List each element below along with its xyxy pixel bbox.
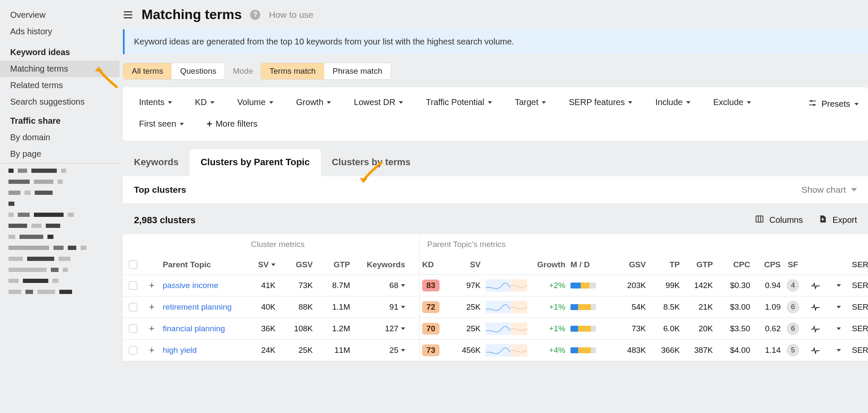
col-serp[interactable]: SERP [849,255,868,275]
toggle-questions[interactable]: Questions [172,63,225,79]
more-filters-button[interactable]: +More filters [200,115,264,133]
cell-keywords[interactable]: 68 [353,275,408,297]
col-gtp[interactable]: GTP [315,255,353,275]
filter-kd[interactable]: KD [188,93,221,111]
toggle-terms-match[interactable]: Terms match [261,63,324,79]
col-parent-topic[interactable]: Parent Topic [160,255,248,275]
pulse-icon[interactable] [803,318,828,340]
filter-serp-features[interactable]: SERP features [562,93,639,111]
page-title: Matching terms [142,7,242,22]
serp-dropdown[interactable]: SERP [849,297,868,318]
col-parent-gsv[interactable]: GSV [611,255,648,275]
expand-row-icon[interactable]: + [149,302,155,313]
col-gsv[interactable]: GSV [278,255,315,275]
col-keywords[interactable]: Keywords [353,255,408,275]
col-cpc[interactable]: CPC [715,255,753,275]
cell-cps: 1.09 [753,297,783,318]
col-parent-sv[interactable]: SV [449,255,483,275]
expand-row-icon[interactable]: + [149,323,155,334]
svg-point-1 [813,104,815,106]
col-kd[interactable]: KD [420,255,449,275]
sidebar-item-ads-history[interactable]: Ads history [0,23,120,40]
serp-dropdown[interactable]: SERP [849,318,868,340]
presets-button[interactable]: Presets [808,98,859,110]
chevron-down-icon [401,306,405,308]
row-checkbox[interactable] [129,324,137,333]
cell-md [568,318,611,340]
sidebar-item-by-page[interactable]: By page [0,146,120,162]
kd-badge: 73 [422,344,440,356]
filter-traffic-potential[interactable]: Traffic Potential [419,93,499,111]
sidebar-item-matching-terms[interactable]: Matching terms [0,61,120,77]
row-menu[interactable] [828,297,849,318]
col-sf[interactable]: SF [783,255,803,275]
filter-growth[interactable]: Growth [289,93,338,111]
parent-topic-link[interactable]: passive income [163,280,218,291]
row-menu[interactable] [828,318,849,340]
toggle-phrase-match[interactable]: Phrase match [324,63,391,79]
expand-row-icon[interactable]: + [149,280,155,291]
info-banner: Keyword ideas are generated from the top… [123,29,868,54]
cell-parent-sv: 25K [449,297,483,318]
filter-intents[interactable]: Intents [132,93,179,111]
filter-include[interactable]: Include [648,93,697,111]
sidebar-item-overview[interactable]: Overview [0,7,120,23]
row-menu[interactable] [828,340,849,361]
cell-parent-gtp: 387K [682,340,715,361]
tab-keywords[interactable]: Keywords [123,149,189,176]
pulse-icon[interactable] [803,340,828,361]
show-chart-toggle[interactable]: Show chart [801,185,857,195]
pulse-icon[interactable] [803,275,828,297]
sf-badge[interactable]: 4 [787,279,799,292]
cell-sparkline [483,297,530,318]
sf-badge[interactable]: 6 [787,322,799,335]
tabs: Keywords Clusters by Parent Topic Cluste… [123,149,868,176]
col-sv[interactable]: SV [248,255,278,275]
cell-parent-gsv: 483K [611,340,648,361]
filter-first-seen[interactable]: First seen [132,115,191,133]
serp-dropdown[interactable]: SERP [849,275,868,297]
row-checkbox[interactable] [129,303,137,311]
expand-row-icon[interactable]: + [149,345,155,356]
hamburger-icon[interactable] [123,10,133,20]
svg-rect-9 [486,344,511,356]
filter-target[interactable]: Target [508,93,553,111]
how-to-use-link[interactable]: How to use [269,10,313,20]
cell-keywords[interactable]: 25 [353,340,408,361]
pulse-icon[interactable] [803,297,828,318]
filter-lowest-dr[interactable]: Lowest DR [347,93,410,111]
filter-exclude[interactable]: Exclude [707,93,758,111]
tab-clusters-parent-topic[interactable]: Clusters by Parent Topic [189,149,321,176]
col-md[interactable]: M / D [568,255,611,275]
parent-topic-link[interactable]: financial planning [163,324,225,334]
cell-tp: 6.0K [648,318,682,340]
parent-topic-link[interactable]: retirement planning [163,302,232,313]
sidebar-item-search-suggestions[interactable]: Search suggestions [0,94,120,110]
select-all-checkbox[interactable] [129,261,137,269]
cell-keywords[interactable]: 127 [353,318,408,340]
col-growth[interactable]: Growth [530,255,568,275]
cell-parent-sv: 25K [449,318,483,340]
col-parent-gtp[interactable]: GTP [682,255,715,275]
col-cps[interactable]: CPS [753,255,783,275]
parent-topic-link[interactable]: high yield [163,345,197,356]
cell-keywords[interactable]: 91 [353,297,408,318]
sf-badge[interactable]: 6 [787,301,799,313]
filter-volume[interactable]: Volume [231,93,280,111]
row-checkbox[interactable] [129,281,137,290]
columns-button[interactable]: Columns [755,214,803,226]
col-tp[interactable]: TP [648,255,682,275]
sf-badge[interactable]: 5 [787,344,799,357]
tab-clusters-terms[interactable]: Clusters by terms [321,149,422,176]
row-menu[interactable] [828,275,849,297]
cell-gsv: 88K [278,297,315,318]
chevron-down-icon [488,101,492,104]
toggle-all-terms[interactable]: All terms [123,63,172,79]
row-checkbox[interactable] [129,346,137,355]
serp-dropdown[interactable]: SERP [849,340,868,361]
sidebar-item-by-domain[interactable]: By domain [0,129,120,146]
plus-icon: + [207,119,212,129]
sidebar-item-related-terms[interactable]: Related terms [0,77,120,94]
export-button[interactable]: Export [818,214,857,226]
help-icon[interactable]: ? [250,10,260,20]
